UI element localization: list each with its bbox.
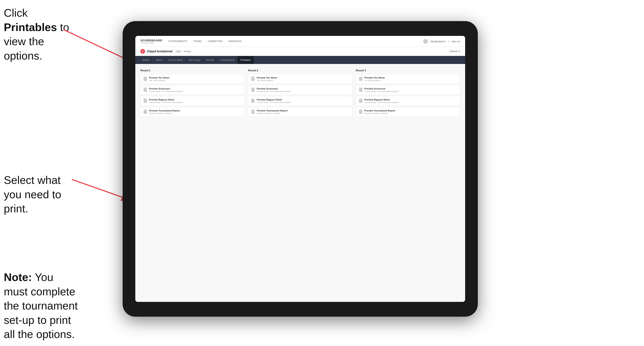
tab-details[interactable]: Details xyxy=(140,56,153,64)
round-1-cards: Preview Tee Sheet Tee Sheet required Pre… xyxy=(140,74,244,117)
card-subtitle: Round Completion required xyxy=(257,112,288,114)
round-3-section: Round 3 Preview Tee Sheet Tee Sheet requ… xyxy=(356,69,460,117)
nav-item-teams[interactable]: TEAMS xyxy=(193,40,202,43)
round2-raguzzi-card[interactable]: Preview Raguzzi Sheet Course setup + Tee… xyxy=(248,96,352,106)
card-subtitle: Tee Sheet required xyxy=(257,79,277,81)
tee-sheet-icon xyxy=(251,77,254,81)
user-avatar xyxy=(423,39,428,44)
card-title: Preview Raguzzi Sheet xyxy=(364,98,398,101)
tab-printables[interactable]: Printables xyxy=(238,56,254,64)
instruction-mid: Select what you need to print. xyxy=(4,173,74,216)
scorecard-icon xyxy=(251,88,254,92)
top-nav: SCOREBOARD Powered by clippd TOURNAMENTS… xyxy=(135,36,465,47)
scorecard-icon xyxy=(144,88,147,92)
tournament-report-icon xyxy=(144,110,147,114)
top-nav-items: TOURNAMENTS TEAMS COMMITTEE RANKINGS xyxy=(168,40,424,43)
nav-item-tournaments[interactable]: TOURNAMENTS xyxy=(168,40,187,43)
tournament-type-badge: Men xyxy=(175,50,182,53)
card-title: Preview Scorecard xyxy=(149,87,183,90)
round1-tournament-report-card[interactable]: Preview Tournament Report Round Completi… xyxy=(140,107,244,117)
main-content: Round 1 Preview Tee Sheet Tee Sheet requ… xyxy=(135,64,465,302)
card-title: Preview Raguzzi Sheet xyxy=(149,98,183,101)
card-title: Preview Tee Sheet xyxy=(257,76,277,79)
tournament-header: C Clippd Invitational Men Hosting Cancel… xyxy=(135,47,465,56)
raguzzi-icon xyxy=(359,99,362,103)
round1-tee-sheet-card[interactable]: Preview Tee Sheet Tee Sheet required xyxy=(140,74,244,84)
tournament-report-icon xyxy=(359,110,362,114)
round1-scorecard-card[interactable]: Preview Scorecard Course setup + Tee She… xyxy=(140,85,244,95)
round2-tournament-report-card[interactable]: Preview Tournament Report Round Completi… xyxy=(248,107,352,117)
instruction-bottom: Note: You must complete the tournament s… xyxy=(4,270,78,342)
card-title: Preview Tee Sheet xyxy=(364,76,385,79)
card-subtitle: Course setup + Tee Sheet data required xyxy=(149,90,183,92)
round-2-title: Round 2 xyxy=(248,69,352,72)
round2-tee-sheet-card[interactable]: Preview Tee Sheet Tee Sheet required xyxy=(248,74,352,84)
round3-tournament-report-card[interactable]: Preview Tournament Report Round Completi… xyxy=(356,107,460,117)
sub-tabs: Details Teams Course Setup Tee Groups Re… xyxy=(135,56,465,64)
tab-results[interactable]: Results xyxy=(204,56,217,64)
tournament-name: Clippd Invitational xyxy=(147,50,172,53)
card-subtitle: Course setup + Tee Sheet data required xyxy=(364,90,398,92)
card-subtitle: Round Completion required xyxy=(364,112,395,114)
arrow-mid-annotation xyxy=(70,177,129,203)
round3-tee-sheet-card[interactable]: Preview Tee Sheet Tee Sheet required xyxy=(356,74,460,84)
sign-out-link[interactable]: Sign out xyxy=(452,40,460,43)
round1-raguzzi-card[interactable]: Preview Raguzzi Sheet Course setup + Tee… xyxy=(140,96,244,106)
tournament-report-icon xyxy=(251,110,254,114)
tab-tee-groups[interactable]: Tee Groups xyxy=(186,56,204,64)
round-3-cards: Preview Tee Sheet Tee Sheet required Pre… xyxy=(356,74,460,117)
logo-sub: Powered by clippd xyxy=(140,42,162,44)
separator: | xyxy=(448,40,449,43)
raguzzi-icon xyxy=(251,99,254,103)
svg-line-2 xyxy=(72,179,126,198)
logo-title: SCOREBOARD xyxy=(140,39,162,42)
card-title: Preview Scorecard xyxy=(257,87,290,90)
tablet-screen: SCOREBOARD Powered by clippd TOURNAMENTS… xyxy=(135,36,465,302)
card-subtitle: Course setup + Tee Sheet data required xyxy=(257,101,290,103)
card-subtitle: Round Completion required xyxy=(149,112,180,114)
round-2-cards: Preview Tee Sheet Tee Sheet required Pre… xyxy=(248,74,352,117)
card-title: Preview Tournament Report xyxy=(364,109,395,112)
tablet-device: SCOREBOARD Powered by clippd TOURNAMENTS… xyxy=(123,21,478,317)
tournament-logo-area: C Clippd Invitational Men Hosting xyxy=(140,49,191,54)
nav-item-rankings[interactable]: RANKINGS xyxy=(228,40,242,43)
card-title: Preview Tee Sheet xyxy=(149,76,169,79)
round3-raguzzi-card[interactable]: Preview Raguzzi Sheet Course setup + Tee… xyxy=(356,96,460,106)
card-subtitle: Course setup + Tee Sheet data required xyxy=(364,101,398,103)
card-subtitle: Course setup + Tee Sheet data required xyxy=(149,101,183,103)
hosting-badge: Hosting xyxy=(184,50,191,53)
tee-sheet-icon xyxy=(144,77,147,81)
scorecard-icon xyxy=(359,88,362,92)
card-title: Preview Tournament Report xyxy=(149,109,180,112)
card-subtitle: Course setup + Tee Sheet data required xyxy=(257,90,290,92)
round-3-title: Round 3 xyxy=(356,69,460,72)
user-email: blair@clippd.io xyxy=(430,40,446,43)
card-title: Preview Scorecard xyxy=(364,87,398,90)
scoreboard-logo: SCOREBOARD Powered by clippd xyxy=(140,39,162,44)
tab-teams[interactable]: Teams xyxy=(153,56,165,64)
rounds-container: Round 1 Preview Tee Sheet Tee Sheet requ… xyxy=(140,69,460,117)
raguzzi-icon xyxy=(144,99,147,103)
round2-scorecard-card[interactable]: Preview Scorecard Course setup + Tee She… xyxy=(248,85,352,95)
round-1-section: Round 1 Preview Tee Sheet Tee Sheet requ… xyxy=(140,69,244,117)
tournament-logo-icon: C xyxy=(140,49,145,54)
cancel-button[interactable]: Cancel ✕ xyxy=(449,50,460,53)
nav-item-committee[interactable]: COMMITTEE xyxy=(208,40,223,43)
card-title: Preview Raguzzi Sheet xyxy=(257,98,290,101)
tee-sheet-icon xyxy=(359,77,362,81)
tab-course-setup[interactable]: Course Setup xyxy=(165,56,186,64)
card-title: Preview Tournament Report xyxy=(257,109,288,112)
round-2-section: Round 2 Preview Tee Sheet Tee Sheet requ… xyxy=(248,69,352,117)
round3-scorecard-card[interactable]: Preview Scorecard Course setup + Tee She… xyxy=(356,85,460,95)
top-nav-right: blair@clippd.io | Sign out xyxy=(423,39,460,44)
card-subtitle: Tee Sheet required xyxy=(364,79,385,81)
card-subtitle: Tee Sheet required xyxy=(149,79,169,81)
tab-leaderboards[interactable]: Leaderboards xyxy=(217,56,238,64)
round-1-title: Round 1 xyxy=(140,69,244,72)
